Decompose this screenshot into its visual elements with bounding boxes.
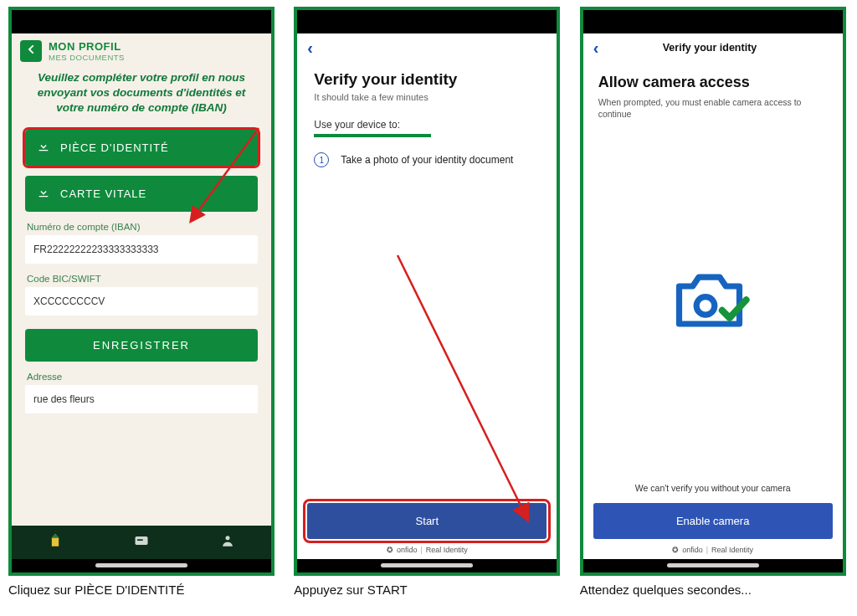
intro-text: Veuillez compléter votre profil en nous … (12, 67, 271, 130)
onfido-logo-icon: ✪ (672, 546, 679, 554)
caption-1: Cliquez sur PIÈCE D'IDENTITÉ (8, 583, 184, 597)
save-button[interactable]: ENREGISTRER (25, 329, 258, 362)
tab-profile-icon[interactable] (219, 532, 236, 552)
caption-2: Appuyez sur START (294, 583, 407, 597)
vitale-button-label: CARTE VITALE (60, 187, 146, 200)
allow-camera-heading: Allow camera access (598, 74, 828, 91)
svg-point-5 (696, 297, 715, 316)
use-device-label: Use your device to: (314, 119, 540, 131)
bic-input[interactable] (25, 287, 258, 316)
address-label: Adresse (27, 372, 256, 382)
phone-screen-2: ‹ Verify your identity It should take a … (294, 7, 560, 576)
camera-required-note: We can't verify you without your camera (583, 483, 843, 493)
allow-camera-subheading: When prompted, you must enable camera ac… (598, 96, 828, 120)
home-indicator (297, 559, 557, 572)
back-button[interactable]: ‹ (593, 38, 599, 58)
phone-screen-3: ‹ Verify your identity Allow camera acce… (580, 7, 846, 576)
caption-3: Attendez quelques secondes... (580, 583, 752, 597)
status-bar (12, 10, 271, 33)
onfido-brand-text: onfido (397, 546, 418, 554)
onfido-brand-footer: ✪ onfido | Real Identity (583, 546, 843, 554)
step-1-label: Take a photo of your identity document (341, 154, 513, 166)
verify-heading: Verify your identity (314, 70, 540, 89)
status-bar (583, 10, 843, 33)
address-input[interactable] (25, 385, 258, 413)
onfido-brand-text: onfido (682, 546, 703, 554)
start-button[interactable]: Start (307, 503, 547, 539)
identity-document-button[interactable]: PIÈCE D'IDENTITÉ (25, 130, 258, 166)
tab-home-icon[interactable] (47, 532, 64, 552)
bic-label: Code BIC/SWIFT (27, 274, 256, 284)
iban-label: Numéro de compte (IBAN) (27, 222, 256, 232)
bottom-tab-bar (12, 526, 271, 559)
back-button[interactable]: ‹ (307, 38, 313, 58)
onfido-tag-text: Real Identity (426, 546, 468, 554)
enable-camera-button[interactable]: Enable camera (593, 503, 833, 539)
download-icon (37, 140, 50, 156)
page-title: MON PROFIL (49, 40, 125, 53)
step-number-badge: 1 (314, 152, 329, 167)
page-subtitle: MES DOCUMENTS (49, 53, 125, 62)
home-indicator (12, 559, 271, 572)
phone-screen-1: MON PROFIL MES DOCUMENTS Veuillez complé… (8, 7, 275, 576)
home-indicator (583, 559, 843, 572)
carte-vitale-button[interactable]: CARTE VITALE (25, 176, 258, 212)
tab-card-icon[interactable] (133, 532, 150, 552)
arrow-left-icon (24, 43, 38, 59)
step-1-row: 1 Take a photo of your identity document (314, 152, 540, 167)
camera-illustration (583, 120, 843, 483)
download-icon (37, 186, 50, 202)
back-button[interactable] (20, 40, 42, 62)
onfido-tag-text: Real Identity (711, 546, 753, 554)
underline-decoration (314, 134, 431, 137)
camera-check-icon (667, 264, 759, 339)
top-bar-title: Verify your identity (663, 42, 757, 54)
identity-button-label: PIÈCE D'IDENTITÉ (60, 141, 169, 154)
status-bar (297, 10, 557, 33)
onfido-logo-icon: ✪ (387, 546, 393, 554)
onfido-brand-footer: ✪ onfido | Real Identity (297, 546, 557, 554)
svg-rect-1 (137, 539, 143, 541)
verify-subheading: It should take a few minutes (314, 92, 540, 102)
iban-input[interactable] (25, 235, 258, 264)
svg-point-2 (226, 536, 230, 540)
